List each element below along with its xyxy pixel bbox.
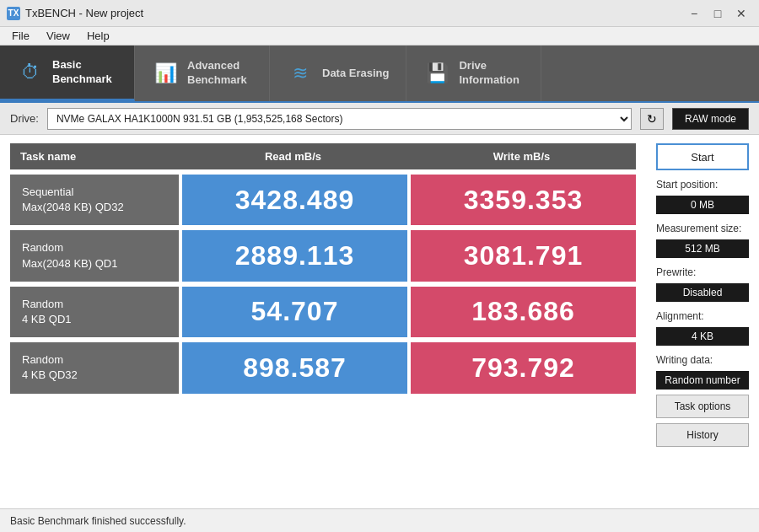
prewrite-value: Disabled bbox=[656, 283, 749, 302]
table-row: Random Max(2048 KB) QD1 2889.113 3081.79… bbox=[10, 230, 636, 281]
task-options-button[interactable]: Task options bbox=[656, 395, 749, 418]
drive-select[interactable]: NVMe GALAX HA1K1000N 931.51 GB (1,953,52… bbox=[47, 108, 632, 130]
writing-data-value: Random number bbox=[656, 371, 749, 390]
title-bar-left: TX TxBENCH - New project bbox=[7, 7, 143, 20]
table-header: Task name Read mB/s Write mB/s bbox=[10, 143, 636, 169]
row-2-read: 2889.113 bbox=[182, 230, 407, 281]
content-inner: Task name Read mB/s Write mB/s Sequentia… bbox=[10, 143, 749, 447]
title-bar-controls: − □ ✕ bbox=[683, 4, 752, 23]
menu-bar: File View Help bbox=[0, 27, 759, 46]
alignment-value: 4 KB bbox=[656, 327, 749, 346]
table-row: Sequential Max(2048 KB) QD32 3428.489 33… bbox=[10, 175, 636, 225]
maximize-button[interactable]: □ bbox=[707, 4, 729, 23]
table-row: Random 4 KB QD1 54.707 183.686 bbox=[10, 287, 636, 337]
toolbar-btn-basic[interactable]: ⏱ Basic Benchmark bbox=[0, 46, 135, 101]
drive-info-label: Drive Information bbox=[459, 59, 519, 88]
minimize-button[interactable]: − bbox=[683, 4, 705, 23]
toolbar: ⏱ Basic Benchmark 📊 Advanced Benchmark ≋… bbox=[0, 46, 759, 103]
writing-data-label: Writing data: bbox=[656, 354, 749, 366]
drive-bar: Drive: NVMe GALAX HA1K1000N 931.51 GB (1… bbox=[0, 103, 759, 135]
start-button[interactable]: Start bbox=[656, 143, 749, 170]
basic-benchmark-label: Basic Benchmark bbox=[52, 58, 112, 87]
row-4-read: 898.587 bbox=[182, 342, 407, 393]
row-4-write: 793.792 bbox=[411, 342, 636, 393]
row-1-read: 3428.489 bbox=[182, 175, 407, 225]
menu-help[interactable]: Help bbox=[78, 28, 118, 44]
start-position-value: 0 MB bbox=[656, 196, 749, 214]
advanced-benchmark-icon: 📊 bbox=[152, 62, 179, 84]
header-write: Write mB/s bbox=[407, 143, 636, 169]
prewrite-label: Prewrite: bbox=[656, 266, 749, 278]
history-button[interactable]: History bbox=[656, 423, 749, 447]
data-erasing-icon: ≋ bbox=[287, 62, 314, 84]
row-1-write: 3359.353 bbox=[411, 175, 636, 225]
row-2-label: Random Max(2048 KB) QD1 bbox=[10, 230, 179, 281]
row-2-write: 3081.791 bbox=[411, 230, 636, 281]
raw-mode-button[interactable]: RAW mode bbox=[672, 108, 749, 130]
header-read: Read mB/s bbox=[179, 143, 407, 169]
alignment-label: Alignment: bbox=[656, 310, 749, 322]
title-bar: TX TxBENCH - New project − □ ✕ bbox=[0, 0, 759, 27]
toolbar-btn-advanced[interactable]: 📊 Advanced Benchmark bbox=[135, 46, 270, 101]
app-icon: TX bbox=[7, 7, 20, 20]
row-1-label: Sequential Max(2048 KB) QD32 bbox=[10, 175, 179, 225]
start-position-label: Start position: bbox=[656, 179, 749, 191]
status-bar: Basic Benchmark finished successfully. bbox=[0, 508, 759, 532]
table-row: Random 4 KB QD32 898.587 793.792 bbox=[10, 342, 636, 393]
window-title: TxBENCH - New project bbox=[25, 7, 143, 19]
row-4-label: Random 4 KB QD32 bbox=[10, 342, 179, 393]
measurement-size-label: Measurement size: bbox=[656, 223, 749, 234]
basic-benchmark-icon: ⏱ bbox=[17, 62, 44, 83]
main-content: Task name Read mB/s Write mB/s Sequentia… bbox=[0, 135, 759, 508]
menu-view[interactable]: View bbox=[38, 28, 78, 44]
refresh-button[interactable]: ↻ bbox=[640, 108, 664, 130]
status-message: Basic Benchmark finished successfully. bbox=[10, 515, 186, 527]
drive-info-icon: 💾 bbox=[423, 62, 450, 84]
header-task: Task name bbox=[10, 143, 179, 169]
drive-label: Drive: bbox=[10, 112, 39, 125]
toolbar-btn-erasing[interactable]: ≋ Data Erasing bbox=[270, 46, 406, 101]
row-3-write: 183.686 bbox=[411, 287, 636, 337]
advanced-benchmark-label: Advanced Benchmark bbox=[187, 59, 247, 88]
close-button[interactable]: ✕ bbox=[730, 4, 752, 23]
data-erasing-label: Data Erasing bbox=[322, 67, 389, 81]
row-3-read: 54.707 bbox=[182, 287, 407, 337]
row-3-label: Random 4 KB QD1 bbox=[10, 287, 179, 337]
table-area: Task name Read mB/s Write mB/s Sequentia… bbox=[10, 143, 636, 447]
measurement-size-value: 512 MB bbox=[656, 239, 749, 258]
right-panel: Start Start position: 0 MB Measurement s… bbox=[656, 143, 749, 447]
menu-file[interactable]: File bbox=[3, 28, 38, 44]
toolbar-btn-drive-info[interactable]: 💾 Drive Information bbox=[406, 46, 541, 101]
